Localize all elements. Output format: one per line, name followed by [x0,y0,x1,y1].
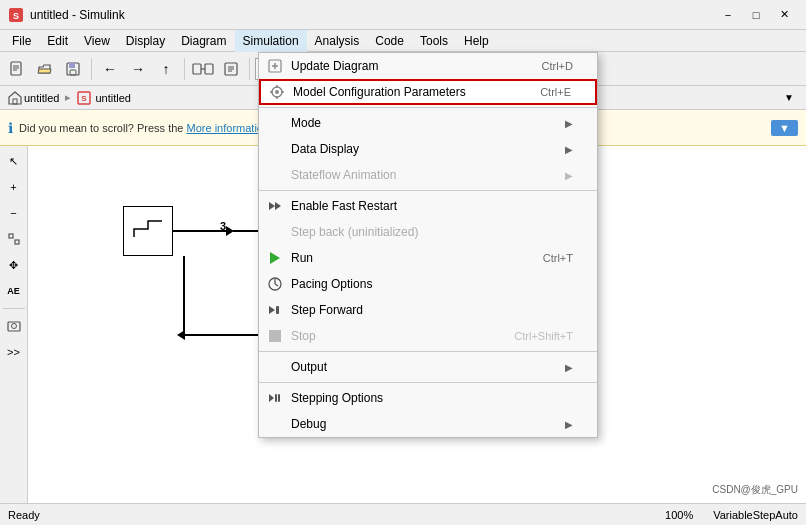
library-button[interactable] [218,56,244,82]
menu-debug[interactable]: Debug ▶ [259,411,597,437]
svg-rect-10 [205,64,213,74]
svg-point-27 [11,324,16,329]
stateflow-label: Stateflow Animation [291,168,396,182]
update-diagram-shortcut: Ctrl+D [542,60,573,72]
step-back-label: Step back (uninitialized) [291,225,418,239]
title-bar: S untitled - Simulink − □ ✕ [0,0,806,30]
menu-stepping-options[interactable]: Stepping Options [259,385,597,411]
menu-fast-restart[interactable]: Enable Fast Restart [259,193,597,219]
sidebar-fit-button[interactable] [3,228,25,250]
back-button[interactable]: ← [97,56,123,82]
notif-text-1: Did you mean to scroll? Press the [19,122,183,134]
svg-rect-8 [70,70,76,75]
update-diagram-label: Update Diagram [291,59,378,73]
menu-diagram[interactable]: Diagram [173,30,234,52]
menu-code[interactable]: Code [367,30,412,52]
menu-run[interactable]: Run Ctrl+T [259,245,597,271]
toolbar-sep-3 [249,58,250,80]
menu-analysis[interactable]: Analysis [307,30,368,52]
run-label: Run [291,251,313,265]
breadcrumb-sub: untitled [95,92,130,104]
svg-marker-38 [269,202,275,210]
toolbar-sep-2 [184,58,185,80]
status-ready: Ready [8,509,40,521]
sidebar-more-button[interactable]: >> [3,341,25,363]
menu-output[interactable]: Output ▶ [259,354,597,380]
notif-action-button[interactable]: ▼ [771,120,798,136]
menu-tools[interactable]: Tools [412,30,456,52]
pacing-icon [265,274,285,294]
sidebar-select-button[interactable]: ↖ [3,150,25,172]
svg-rect-24 [9,234,13,238]
svg-rect-34 [276,85,278,88]
stop-shortcut: Ctrl+Shift+T [514,330,573,342]
sidebar-pan-button[interactable]: ✥ [3,254,25,276]
open-button[interactable] [32,56,58,82]
breadcrumb-item-root[interactable]: untitled [4,91,63,105]
menu-display[interactable]: Display [118,30,173,52]
menu-step-forward[interactable]: Step Forward [259,297,597,323]
menu-step-back[interactable]: Step back (uninitialized) [259,219,597,245]
output-arrow: ▶ [565,362,573,373]
step-forward-icon [265,300,285,320]
forward-button[interactable]: → [125,56,151,82]
menu-stateflow-animation[interactable]: Stateflow Animation ▶ [259,162,597,188]
new-button[interactable] [4,56,30,82]
menu-edit[interactable]: Edit [39,30,76,52]
simulink-icon-btn[interactable] [190,56,216,82]
svg-marker-20 [9,92,21,104]
menu-help[interactable]: Help [456,30,497,52]
svg-rect-21 [13,99,17,104]
toolbar-sep-1 [91,58,92,80]
breadcrumb-item-current[interactable]: S untitled [73,91,134,105]
svg-rect-47 [278,394,280,402]
model-config-label: Model Configuration Parameters [293,85,466,99]
feedback-line-up [183,256,185,334]
menu-mode[interactable]: Mode ▶ [259,110,597,136]
status-bar: Ready 100% VariableStepAuto [0,503,806,525]
simulation-dropdown-menu: Update Diagram Ctrl+D Model Configuratio… [258,52,598,438]
step-block[interactable] [123,206,173,256]
svg-line-42 [275,284,278,286]
sidebar-text-button[interactable]: AE [3,280,25,302]
sidebar-screenshot-button[interactable] [3,315,25,337]
status-right: 100% VariableStepAuto [665,509,798,521]
status-mode: VariableStepAuto [713,509,798,521]
output-label: Output [291,360,327,374]
menu-file[interactable]: File [4,30,39,52]
maximize-button[interactable]: □ [742,5,770,25]
menu-simulation[interactable]: Simulation [235,30,307,52]
svg-rect-36 [270,91,273,93]
up-button[interactable]: ↑ [153,56,179,82]
sidebar-sep [3,308,25,309]
status-zoom: 100% [665,509,693,521]
update-diagram-icon [265,56,285,76]
menu-update-diagram[interactable]: Update Diagram Ctrl+D [259,53,597,79]
debug-arrow: ▶ [565,419,573,430]
menu-view[interactable]: View [76,30,118,52]
pacing-label: Pacing Options [291,277,372,291]
close-button[interactable]: ✕ [770,5,798,25]
stop-label: Stop [291,329,316,343]
model-config-icon [267,82,287,102]
sidebar-zoom-out-button[interactable]: − [3,202,25,224]
menu-stop[interactable]: Stop Ctrl+Shift+T [259,323,597,349]
svg-text:S: S [82,94,88,103]
minimize-button[interactable]: − [714,5,742,25]
svg-rect-44 [276,306,279,314]
window-controls: − □ ✕ [714,5,798,25]
save-button[interactable] [60,56,86,82]
svg-text:S: S [13,11,19,21]
menu-data-display[interactable]: Data Display ▶ [259,136,597,162]
sidebar-zoom-in-button[interactable]: + [3,176,25,198]
scroll-right-button[interactable]: ▼ [776,85,802,111]
menu-model-config[interactable]: Model Configuration Parameters Ctrl+E [259,79,597,105]
debug-label: Debug [291,417,326,431]
svg-marker-39 [275,202,281,210]
svg-rect-37 [281,91,284,93]
step-forward-label: Step Forward [291,303,363,317]
menu-pacing[interactable]: Pacing Options [259,271,597,297]
fast-restart-icon [265,196,285,216]
svg-point-33 [275,90,279,94]
model-config-shortcut: Ctrl+E [540,86,571,98]
